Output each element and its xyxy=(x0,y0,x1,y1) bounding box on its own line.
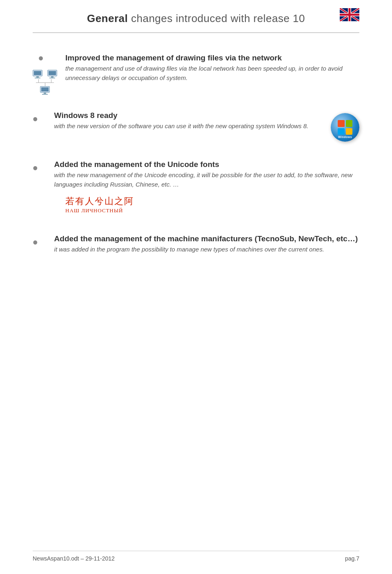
bullet-dot-4: • xyxy=(33,235,38,250)
bullet-windows8: • Windows 8 ready with the new version o… xyxy=(33,111,359,142)
font-sample: 若有人兮山之阿 НАШ ЛИЧНОСТНЫЙ xyxy=(65,195,134,214)
bullet-windows8-title: Windows 8 ready xyxy=(54,111,318,120)
bullet-dot-2: • xyxy=(33,112,38,127)
bullet-windows8-subtitle: with the new version of the software you… xyxy=(54,122,318,131)
bullet-dot-1: • xyxy=(38,51,44,66)
win-pane-red xyxy=(338,120,345,127)
chinese-text: 若有人兮山之阿 xyxy=(65,195,134,207)
windows-logo-grid xyxy=(338,120,352,135)
title-bold: General xyxy=(87,12,128,24)
page-title: General changes introduced with release … xyxy=(87,12,305,25)
bullet-unicode: • Added the management of the Unicode fo… xyxy=(33,160,359,218)
windows-label: Windows xyxy=(338,136,352,138)
page-header: General changes introduced with release … xyxy=(33,0,359,33)
windows8-logo: Windows xyxy=(331,113,359,142)
page-footer: NewsAspan10.odt – 29-11-2012 pag.7 xyxy=(33,551,359,562)
bullet-network-subtitle: the management and use of drawing files … xyxy=(65,64,359,82)
win-pane-green xyxy=(346,120,353,127)
bullet-network-content: Improved the management of drawing files… xyxy=(57,53,359,82)
bullet-unicode-content: Added the management of the Unicode font… xyxy=(46,160,359,189)
bullet-machine-subtitle: it was added in the program the possibil… xyxy=(54,245,359,254)
bullet-machine: • Added the management of the machine ma… xyxy=(33,234,359,254)
russian-text: НАШ ЛИЧНОСТНЫЙ xyxy=(65,207,134,214)
title-rest: changes introduced with release 10 xyxy=(128,12,305,24)
bullet-dot-3: • xyxy=(33,161,38,176)
bullet-windows8-content: Windows 8 ready with the new version of … xyxy=(46,111,359,142)
bullet-unicode-subtitle: with the new management of the Unicode e… xyxy=(54,171,359,189)
bullet-unicode-title: Added the management of the Unicode font… xyxy=(54,160,359,169)
bullet-network: • xyxy=(33,53,359,95)
uk-flag-icon xyxy=(340,8,359,21)
bullet-machine-title: Added the management of the machine mani… xyxy=(54,234,359,243)
network-computers-icon xyxy=(33,70,57,95)
content-area: • xyxy=(33,33,359,254)
win-pane-yellow xyxy=(346,128,353,135)
win-pane-blue xyxy=(338,128,345,135)
bullet-machine-content: Added the management of the machine mani… xyxy=(46,234,359,254)
footer-page: pag.7 xyxy=(345,555,359,562)
bullet-network-title: Improved the management of drawing files… xyxy=(65,53,359,62)
bullet-windows8-text: Windows 8 ready with the new version of … xyxy=(54,111,318,131)
footer-filename: NewsAspan10.odt – 29-11-2012 xyxy=(33,555,115,562)
page-container: General changes introduced with release … xyxy=(0,0,392,574)
